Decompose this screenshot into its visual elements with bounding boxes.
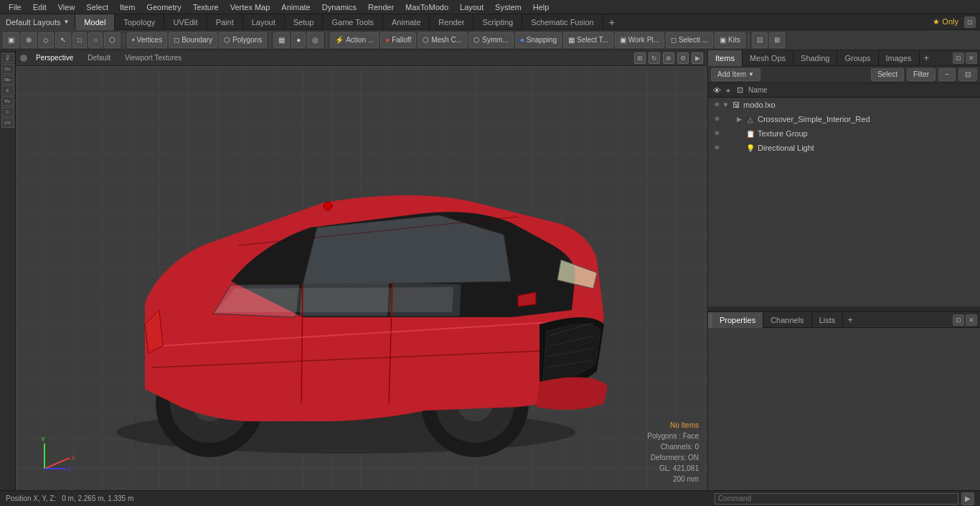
tab-paint[interactable]: Paint — [207, 14, 243, 30]
tool-kits[interactable]: ▣ Kits — [715, 32, 745, 48]
tool-polygons[interactable]: ⬡ Polygons — [219, 32, 267, 48]
menu-maxtomodo[interactable]: MaxToModo — [400, 0, 454, 14]
viewport-textures-label[interactable]: Viewport Textures — [119, 54, 187, 62]
tab-scripting[interactable]: Scripting — [473, 14, 522, 30]
col-add-icon[interactable]: + — [722, 85, 734, 96]
viewport-zoom-btn[interactable]: ⊕ — [663, 52, 674, 64]
tree-eye-modo[interactable]: 👁 — [711, 99, 722, 111]
props-tab-channels[interactable]: Channels — [763, 312, 811, 328]
tool-base2[interactable]: ⊕ — [21, 32, 37, 48]
menu-animate[interactable]: Animate — [275, 0, 316, 14]
sidebar-btn-3[interactable]: Me — [1, 75, 14, 85]
menu-view[interactable]: View — [52, 0, 81, 14]
tool-maximize[interactable]: ⊡ — [752, 32, 768, 48]
tab-uvedit[interactable]: UVEdit — [164, 14, 207, 30]
items-expand-btn[interactable]: ⊡ — [958, 68, 977, 81]
tree-eye-crossover[interactable]: 👁 — [711, 113, 722, 125]
col-eye-icon[interactable]: 👁 — [711, 85, 722, 96]
tool-select[interactable]: ↖ — [55, 32, 71, 48]
menu-edit[interactable]: Edit — [27, 0, 52, 14]
tool-base3[interactable]: ◇ — [38, 32, 54, 48]
tab-topology[interactable]: Topology — [115, 14, 164, 30]
command-input[interactable] — [715, 493, 958, 505]
tool-base6[interactable]: ○ — [88, 32, 103, 48]
menu-item[interactable]: Item — [114, 0, 141, 14]
tool-base7[interactable]: ⬡ — [104, 32, 121, 48]
menu-vertex-map[interactable]: Vertex Map — [225, 0, 276, 14]
items-minus-btn[interactable]: − — [938, 68, 956, 81]
tool-icon12[interactable]: ◎ — [307, 32, 324, 48]
menu-texture[interactable]: Texture — [187, 0, 225, 14]
tool-falloff[interactable]: ● Falloff — [380, 32, 416, 48]
panel-tab-add[interactable]: + — [920, 52, 934, 63]
menu-file[interactable]: File — [3, 0, 27, 14]
menu-select[interactable]: Select — [80, 0, 114, 14]
menu-layout[interactable]: Layout — [454, 0, 489, 14]
tool-icon10[interactable]: ▦ — [273, 32, 290, 48]
menu-dynamics[interactable]: Dynamics — [316, 0, 362, 14]
tool-selecti[interactable]: ◻ Selecti ... — [666, 32, 713, 48]
sidebar-btn-1[interactable]: De — [1, 53, 14, 63]
tool-base1[interactable]: ▣ — [3, 32, 19, 48]
viewport-canvas[interactable]: X Y Z No Items Polygons : Face Channels:… — [16, 66, 707, 490]
tool-snapping[interactable]: ● Snapping — [515, 32, 562, 48]
menu-render[interactable]: Render — [362, 0, 400, 14]
menu-help[interactable]: Help — [527, 0, 555, 14]
panel-expand-btn[interactable]: ⊡ — [953, 52, 964, 64]
panel-tab-groups[interactable]: Groups — [837, 50, 878, 66]
panel-tab-images[interactable]: Images — [879, 50, 920, 66]
tool-boundary[interactable]: ◻ Boundary — [169, 32, 217, 48]
viewport-settings-btn[interactable]: ⚙ — [677, 52, 689, 64]
add-item-button[interactable]: Add Item ▼ — [711, 68, 760, 81]
viewport-fit-btn[interactable]: ⊞ — [634, 52, 646, 64]
filter-button[interactable]: Filter — [907, 68, 936, 81]
tab-game-tools[interactable]: Game Tools — [323, 14, 383, 30]
tab-model[interactable]: Model — [75, 14, 115, 30]
panel-tab-mesh-ops[interactable]: Mesh Ops — [743, 50, 793, 66]
menu-geometry[interactable]: Geometry — [141, 0, 187, 14]
viewport-dot[interactable] — [20, 55, 27, 62]
tree-row-dir-light[interactable]: 👁 ▶ 💡 Directional Light — [708, 141, 980, 155]
tab-animate[interactable]: Animate — [383, 14, 430, 30]
tree-row-modo-lxo[interactable]: 👁 ▼ 🖫 modo.lxo — [708, 98, 980, 112]
scene-tree[interactable]: 👁 ▼ 🖫 modo.lxo 👁 ▶ △ Crossover_Simple_In… — [708, 98, 980, 306]
select-button[interactable]: Select — [871, 68, 904, 81]
tab-expand-btn[interactable]: ⊡ — [964, 17, 976, 28]
props-tab-properties[interactable]: Properties — [712, 312, 763, 328]
props-tab-lists[interactable]: Lists — [812, 312, 844, 328]
viewport-orbit-btn[interactable]: ↻ — [649, 52, 660, 64]
tree-arrow-modo[interactable]: ▼ — [722, 101, 731, 108]
tree-row-texture-group[interactable]: 👁 ▶ 📋 Texture Group — [708, 126, 980, 141]
tool-fullscreen[interactable]: ⊞ — [769, 32, 785, 48]
tool-base5[interactable]: □ — [72, 32, 87, 48]
tab-render[interactable]: Render — [430, 14, 473, 30]
tree-eye-light[interactable]: 👁 — [711, 142, 722, 154]
col-filter-icon[interactable]: ⊡ — [734, 85, 745, 96]
sidebar-btn-5[interactable]: Po — [1, 96, 14, 106]
tool-mesh-c[interactable]: ⬡ Mesh C... — [418, 32, 467, 48]
panel-tab-items[interactable]: Items — [708, 50, 743, 66]
tool-action[interactable]: ⚡ Action ... — [330, 32, 379, 48]
layout-dropdown[interactable]: Default Layouts ▼ — [0, 14, 75, 30]
sidebar-btn-2[interactable]: Du — [1, 64, 14, 74]
sidebar-btn-7[interactable]: UV — [1, 118, 14, 128]
sidebar-btn-6[interactable]: C — [1, 107, 14, 117]
sidebar-btn-4[interactable]: E — [1, 85, 14, 95]
props-expand-btn[interactable]: ⊡ — [953, 314, 964, 326]
tree-eye-texture[interactable]: 👁 — [711, 128, 722, 139]
menu-system[interactable]: System — [489, 0, 527, 14]
viewport-default-label[interactable]: Default — [82, 54, 116, 62]
tree-row-crossover[interactable]: 👁 ▶ △ Crossover_Simple_Interior_Red — [708, 112, 980, 126]
tool-vertices[interactable]: • Vertices — [127, 32, 167, 48]
props-tab-add[interactable]: + — [843, 314, 857, 325]
props-close-btn[interactable]: ✕ — [966, 314, 977, 326]
tab-add-icon[interactable]: + — [603, 14, 621, 30]
tab-schematic-fusion[interactable]: Schematic Fusion — [522, 14, 603, 30]
viewport-perspective-label[interactable]: Perspective — [30, 54, 79, 62]
tool-work-pl[interactable]: ▣ Work Pl... — [615, 32, 664, 48]
panel-tab-shading[interactable]: Shading — [793, 50, 837, 66]
tool-select-t[interactable]: ▦ Select T... — [563, 32, 613, 48]
tool-icon11[interactable]: ● — [291, 32, 306, 48]
command-run-button[interactable]: ▶ — [961, 492, 974, 505]
tree-arrow-crossover[interactable]: ▶ — [737, 116, 745, 123]
